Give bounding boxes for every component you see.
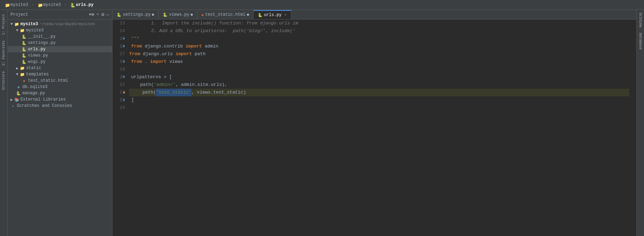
folder-icon: 📁	[5, 3, 9, 7]
tree-item-db-sqlite3[interactable]: ◆ db.sqlite3	[8, 84, 112, 90]
sidebar-collapse-icon[interactable]: —	[107, 12, 109, 17]
python-tab-icon: 🐍	[163, 13, 168, 17]
code-line-22: ● path('test_static', views.test_static)	[129, 89, 629, 96]
code-line-23: ●]	[129, 96, 629, 104]
code-line-21: path('admin/', admin.site.urls),	[129, 81, 629, 89]
editor-area: 🐍 settings.py 🐍 views.py ◈ test_static.h…	[112, 10, 636, 236]
code-line-20: ●urlpatterns = [	[129, 73, 629, 81]
tab-views-py[interactable]: 🐍 views.py	[159, 10, 197, 19]
folder-icon: 📁	[14, 22, 19, 27]
tree-item-external-libraries[interactable]: ▶ 📚 External Libraries	[8, 96, 112, 103]
left-tab-favorites[interactable]: 2: Favorites	[1, 38, 6, 68]
tree-item-root[interactable]: ▼ 📁 mysite3 ~/tedu/vip/day03/mysite3	[8, 21, 112, 27]
right-sidebar: ScIView Database	[636, 10, 644, 236]
arrow-down-icon: ▼	[16, 72, 19, 76]
tree-item-views-py[interactable]: 🐍 views.py	[8, 52, 112, 59]
db-file-icon: ◆	[16, 84, 21, 89]
python-tab-icon: 🐍	[258, 13, 263, 17]
fold-icon: ●	[123, 73, 125, 81]
code-line-15: ●"""	[129, 35, 629, 43]
python-file-icon: 🐍	[22, 47, 27, 52]
tab-modified-indicator	[152, 14, 154, 16]
python-file-icon: 🐍	[22, 40, 27, 45]
fold-icon: ●	[123, 58, 125, 66]
folder-icon: 📁	[20, 28, 25, 33]
left-tab-bar: 1: Project 2: Favorites Structure	[0, 10, 8, 236]
sidebar-header-icons: ⊕ ÷ ⚙ —	[91, 12, 109, 17]
sidebar-title: Project	[10, 12, 88, 17]
code-line-18: ●from . import views	[129, 58, 629, 66]
tree-item-mysite3-folder[interactable]: ▼ 📁 mysite3	[8, 27, 112, 34]
python-file-icon: 🐍	[16, 91, 21, 96]
sidebar-sync-icon[interactable]: ⊕	[91, 12, 94, 17]
title-bar: 📁 mysite3 › 📁 mysite3 › 🐍 urls.py	[0, 0, 644, 10]
arrow-right-icon: ▶	[16, 66, 19, 71]
python-tab-icon: 🐍	[117, 13, 122, 17]
line-numbers: 13 14 15 16 17 18 19 20 21 22 23 24	[112, 20, 129, 236]
tree-item-init-py[interactable]: 🐍 __init__.py	[8, 34, 112, 40]
tree-item-urls-py[interactable]: 🐍 urls.py	[8, 46, 112, 52]
breadcrumb-mysite3-1[interactable]: 📁 mysite3	[3, 2, 30, 8]
tree-item-test-static-html[interactable]: ◈ test_static.html	[8, 78, 112, 84]
code-editor[interactable]: 13 14 15 16 17 18 19 20 21 22 23 24 1. I…	[112, 20, 636, 236]
tab-test-static-html[interactable]: ◈ test_static.html	[197, 10, 254, 19]
project-sidebar: Project ▼ ⊕ ÷ ⚙ — ▼ 📁 mysite3 ~/tedu/vip…	[8, 10, 112, 236]
breadcrumb-urls-py[interactable]: 🐍 urls.py	[68, 2, 95, 8]
tab-modified-indicator	[191, 14, 193, 16]
folder-icon: 📚	[14, 97, 19, 102]
tree-item-wsgi-py[interactable]: 🐍 wsgi.py	[8, 59, 112, 65]
breadcrumb-mysite3-2[interactable]: 📁 mysite3	[36, 2, 63, 8]
code-content: 1. Import the include() function: from d…	[129, 20, 636, 236]
fold-icon: ●	[123, 96, 125, 104]
breadcrumb: 📁 mysite3 › 📁 mysite3 › 🐍 urls.py	[3, 2, 96, 8]
html-tab-icon: ◈	[202, 13, 204, 17]
tree-item-scratches[interactable]: ✦ Scratches and Consoles	[8, 103, 112, 109]
folder-icon: 📁	[20, 66, 25, 71]
main-layout: 1: Project 2: Favorites Structure Projec…	[0, 10, 644, 236]
python-file-icon: 🐍	[22, 59, 27, 64]
code-line-14: 2. Add a URL to urlpatterns: path('blog/…	[129, 27, 629, 35]
folder-icon: 📁	[38, 3, 42, 7]
code-line-17: from django.urls import path	[129, 50, 629, 58]
tree-item-static[interactable]: ▶ 📁 static	[8, 65, 112, 71]
scratches-icon: ✦	[10, 103, 15, 108]
tree-item-manage-py[interactable]: 🐍 manage.py	[8, 90, 112, 96]
warning-icon: ●	[123, 89, 125, 96]
code-line-16: ●from django.contrib import admin	[129, 43, 629, 50]
arrow-right-icon: ▶	[10, 97, 13, 102]
html-file-icon: ◈	[22, 78, 27, 83]
tree-item-templates[interactable]: ▼ 📁 templates	[8, 71, 112, 78]
tab-urls-py[interactable]: 🐍 urls.py ×	[254, 10, 291, 19]
right-tab-database[interactable]: Database	[638, 30, 643, 52]
right-tab-sciview[interactable]: ScIView	[638, 10, 643, 30]
code-line-13: 1. Import the include() function: from d…	[129, 20, 629, 27]
fold-icon: ●	[123, 43, 125, 50]
sidebar-divide-icon[interactable]: ÷	[96, 12, 99, 17]
tab-modified-indicator	[247, 14, 249, 16]
tab-settings-py[interactable]: 🐍 settings.py	[112, 10, 159, 19]
sidebar-settings-icon[interactable]: ⚙	[101, 12, 104, 17]
arrow-down-icon: ▼	[16, 28, 19, 32]
python-file-icon: 🐍	[22, 53, 27, 58]
code-line-24	[129, 104, 629, 112]
python-file-icon: 🐍	[22, 34, 27, 39]
tab-close-icon[interactable]: ×	[284, 13, 287, 17]
code-line-19	[129, 66, 629, 73]
left-tab-structure[interactable]: Structure	[1, 68, 6, 93]
left-tab-project[interactable]: 1: Project	[1, 11, 6, 38]
tree-item-settings-py[interactable]: 🐍 settings.py	[8, 40, 112, 46]
tab-bar: 🐍 settings.py 🐍 views.py ◈ test_static.h…	[112, 10, 636, 20]
arrow-down-icon: ▼	[10, 22, 13, 26]
project-tree: ▼ 📁 mysite3 ~/tedu/vip/day03/mysite3 ▼ 📁…	[8, 20, 112, 236]
python-icon: 🐍	[70, 3, 74, 7]
folder-icon: 📁	[20, 72, 25, 77]
fold-icon: ●	[123, 35, 125, 43]
sidebar-header: Project ▼ ⊕ ÷ ⚙ —	[8, 10, 112, 20]
